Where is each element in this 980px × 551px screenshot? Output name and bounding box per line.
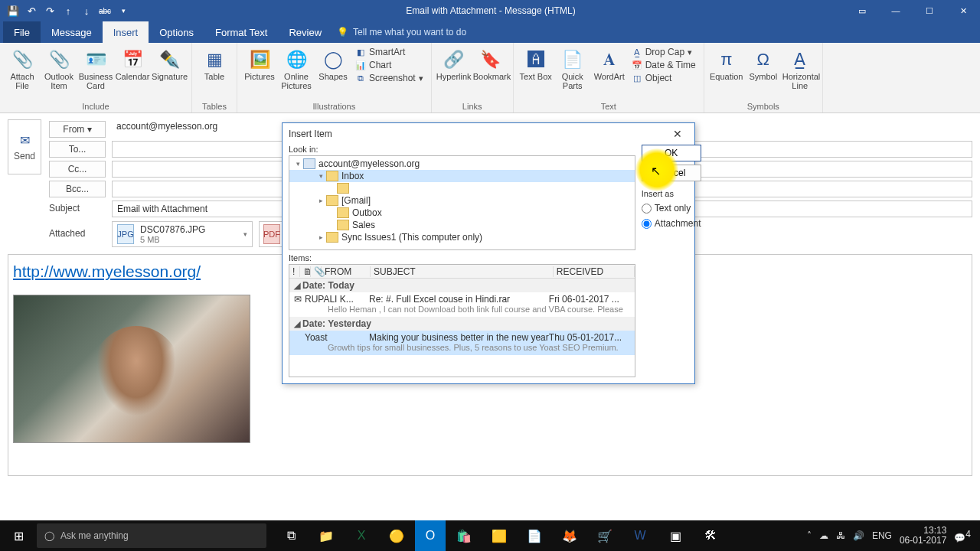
- online-pictures-button[interactable]: 🌐Online Pictures: [279, 44, 314, 90]
- to-button[interactable]: To...: [49, 141, 106, 158]
- onedrive-icon[interactable]: ☁: [819, 530, 828, 541]
- maximize-icon[interactable]: ☐: [913, 0, 946, 21]
- tell-me-search[interactable]: 💡 Tell me what you want to do: [337, 21, 466, 43]
- app2-icon[interactable]: 🛠: [694, 520, 727, 551]
- table-button[interactable]: ▦Table: [197, 44, 232, 81]
- tab-options[interactable]: Options: [149, 21, 204, 43]
- symbol-button[interactable]: ΩSymbol: [746, 44, 781, 81]
- dialog-close-button[interactable]: ✕: [667, 126, 688, 142]
- notepad-icon[interactable]: 📄: [518, 520, 551, 551]
- notifications-icon[interactable]: 💬4: [954, 529, 971, 543]
- inline-image[interactable]: [13, 295, 250, 443]
- tree-sales[interactable]: Sales: [289, 219, 635, 231]
- tree-folder-blank[interactable]: [289, 182, 635, 194]
- shapes-button[interactable]: ◯Shapes: [315, 44, 351, 81]
- app-icon[interactable]: ▣: [658, 520, 692, 551]
- horizontal-line-button[interactable]: A̲Horizontal Line: [782, 44, 818, 90]
- tree-syncissues[interactable]: ▸Sync Issues1 (This computer only): [289, 231, 635, 243]
- smartart-button[interactable]: ◧SmartArt: [352, 46, 426, 58]
- network-icon[interactable]: 🖧: [836, 530, 845, 541]
- items-header[interactable]: !🗎📎 FROM SUBJECT RECEIVED: [289, 265, 635, 279]
- chrome-icon[interactable]: 🟡: [380, 520, 413, 551]
- language-indicator[interactable]: ENG: [872, 530, 892, 541]
- tab-message[interactable]: Message: [41, 21, 103, 43]
- equation-button[interactable]: πEquation: [709, 44, 744, 81]
- ribbon-options-icon[interactable]: ▭: [845, 0, 879, 21]
- bookmark-button[interactable]: 🔖Bookmark: [473, 44, 508, 81]
- attachment-pdf[interactable]: PDF: [259, 221, 285, 247]
- signature-button[interactable]: ✒️Signature: [152, 44, 187, 81]
- business-card-button[interactable]: 🪪Business Card: [78, 44, 113, 90]
- tab-format-text[interactable]: Format Text: [204, 21, 278, 43]
- body-hyperlink[interactable]: http://www.myelesson.org/: [13, 262, 201, 280]
- from-button[interactable]: From ▾: [49, 121, 106, 138]
- item-row-1[interactable]: ✉RUPALI K...Re: #. Full Excel couse in H…: [289, 292, 635, 317]
- minimize-icon[interactable]: —: [879, 0, 913, 21]
- titlebar: 💾 ↶ ↷ ↑ ↓ abc ▾ Email with Attachment - …: [0, 0, 980, 21]
- cancel-button[interactable]: Cancel: [642, 165, 701, 181]
- ok-button[interactable]: OK: [642, 145, 701, 161]
- abc-icon[interactable]: abc: [98, 4, 112, 18]
- tree-inbox[interactable]: ▾Inbox: [289, 170, 635, 182]
- undo-icon[interactable]: ↶: [24, 4, 38, 18]
- clock[interactable]: 13:1306-01-2017: [900, 526, 946, 546]
- folder-tree[interactable]: ▾account@myelesson.org ▾Inbox ▸[Gmail] O…: [289, 155, 635, 250]
- object-button[interactable]: ◫Object: [629, 72, 699, 84]
- store2-icon[interactable]: 🛒: [588, 520, 622, 551]
- group-today[interactable]: ◢ Date: Today: [289, 279, 635, 292]
- store-icon[interactable]: 🛍️: [447, 520, 481, 551]
- textbox-button[interactable]: 🅰Text Box: [518, 44, 554, 81]
- quickparts-button[interactable]: 📄Quick Parts: [555, 44, 590, 90]
- window-title: Email with Attachment - Message (HTML): [136, 5, 845, 16]
- object-icon: ◫: [632, 73, 642, 83]
- tab-file[interactable]: File: [3, 21, 41, 43]
- cc-button[interactable]: Cc...: [49, 161, 106, 178]
- ribbon: 📎Attach File 📎Outlook Item 🪪Business Car…: [0, 43, 980, 113]
- tree-outbox[interactable]: Outbox: [289, 207, 635, 219]
- excel-icon[interactable]: X: [345, 520, 378, 551]
- dropcap-button[interactable]: A̲Drop Cap ▾: [629, 46, 699, 58]
- attachment-jpg[interactable]: JPG DSC07876.JPG5 MB ▾: [112, 221, 253, 247]
- chart-button[interactable]: 📊Chart: [352, 59, 426, 71]
- screenshot-button[interactable]: ⧉Screenshot ▾: [352, 72, 426, 84]
- save-icon[interactable]: 💾: [6, 4, 20, 18]
- tab-review[interactable]: Review: [278, 21, 332, 43]
- chevron-up-icon[interactable]: ˄: [807, 530, 812, 541]
- insertas-label: Insert as: [642, 189, 701, 198]
- attach-file-button[interactable]: 📎Attach File: [5, 44, 40, 90]
- taskview-icon[interactable]: ⧉: [274, 520, 308, 551]
- close-icon[interactable]: ✕: [946, 0, 980, 21]
- word-icon[interactable]: W: [623, 520, 657, 551]
- lightbulb-icon: 💡: [337, 27, 348, 37]
- datetime-button[interactable]: 📅Date & Time: [629, 59, 699, 71]
- bcc-button[interactable]: Bcc...: [49, 181, 106, 197]
- taskbar-search[interactable]: ◯Ask me anything: [37, 523, 266, 548]
- outlook-item-button[interactable]: 📎Outlook Item: [41, 44, 77, 90]
- outlook-icon[interactable]: O: [415, 520, 446, 551]
- start-button[interactable]: ⊞: [0, 520, 37, 551]
- group-yesterday[interactable]: ◢ Date: Yesterday: [289, 317, 635, 331]
- send-button[interactable]: ✉ Send: [8, 119, 41, 174]
- explorer-icon[interactable]: 📁: [309, 520, 343, 551]
- hyperlink-icon: 🔗: [436, 47, 472, 72]
- tree-account[interactable]: ▾account@myelesson.org: [289, 158, 635, 170]
- items-list[interactable]: !🗎📎 FROM SUBJECT RECEIVED ◢ Date: Today …: [289, 264, 635, 377]
- tree-gmail[interactable]: ▸[Gmail]: [289, 194, 635, 207]
- firefox-icon[interactable]: 🦊: [553, 520, 586, 551]
- calendar-button[interactable]: 📅Calendar: [115, 44, 150, 81]
- sticky-icon[interactable]: 🟨: [482, 520, 516, 551]
- system-tray[interactable]: ˄ ☁ 🖧 🔊 ENG 13:1306-01-2017 💬4: [807, 526, 980, 546]
- redo-icon[interactable]: ↷: [43, 4, 57, 18]
- item-row-2[interactable]: YoastMaking your business better in the …: [289, 331, 635, 355]
- radio-attachment[interactable]: Attachment: [642, 218, 701, 229]
- chevron-down-icon[interactable]: ▾: [116, 4, 130, 18]
- pictures-button[interactable]: 🖼️Pictures: [242, 44, 277, 81]
- up-icon[interactable]: ↑: [61, 4, 75, 18]
- volume-icon[interactable]: 🔊: [853, 530, 864, 541]
- chevron-down-icon[interactable]: ▾: [243, 230, 247, 238]
- radio-text-only[interactable]: Text only: [642, 203, 701, 214]
- wordart-button[interactable]: 𝐀WordArt: [592, 44, 627, 81]
- tab-insert[interactable]: Insert: [103, 21, 149, 43]
- down-icon[interactable]: ↓: [80, 4, 93, 18]
- hyperlink-button[interactable]: 🔗Hyperlink: [436, 44, 472, 81]
